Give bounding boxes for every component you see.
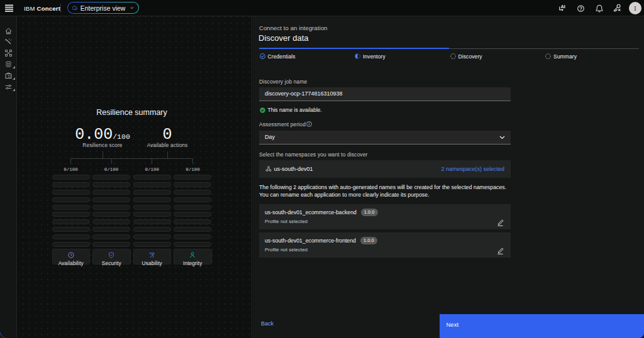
svg-text:AI: AI xyxy=(561,4,565,9)
